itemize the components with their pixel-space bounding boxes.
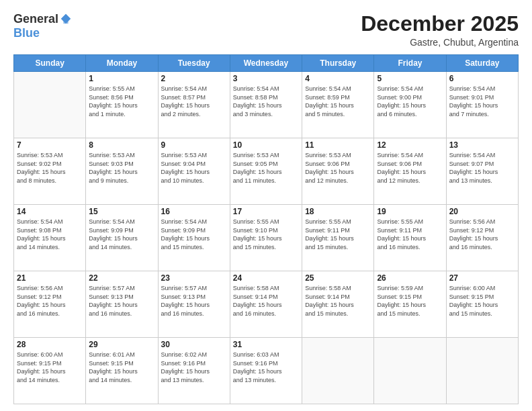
day-info: Sunrise: 5:57 AM Sunset: 9:13 PM Dayligh… bbox=[89, 284, 154, 318]
page: General Blue December 2025 Gastre, Chubu… bbox=[0, 0, 532, 411]
day-info: Sunrise: 5:54 AM Sunset: 9:09 PM Dayligh… bbox=[89, 218, 154, 251]
header: General Blue December 2025 Gastre, Chubu… bbox=[13, 12, 519, 48]
calendar-cell: 23Sunrise: 5:57 AM Sunset: 9:13 PM Dayli… bbox=[158, 271, 230, 338]
day-info: Sunrise: 5:55 AM Sunset: 9:11 PM Dayligh… bbox=[305, 218, 371, 251]
day-number: 5 bbox=[377, 74, 443, 83]
calendar-cell: 9Sunrise: 5:53 AM Sunset: 9:04 PM Daylig… bbox=[158, 138, 230, 205]
calendar-cell bbox=[302, 338, 374, 404]
header-tuesday: Tuesday bbox=[158, 55, 230, 72]
logo-general: General bbox=[13, 12, 58, 26]
calendar-cell: 18Sunrise: 5:55 AM Sunset: 9:11 PM Dayli… bbox=[302, 205, 374, 271]
calendar-cell: 8Sunrise: 5:53 AM Sunset: 9:03 PM Daylig… bbox=[86, 138, 158, 205]
day-number: 25 bbox=[305, 273, 371, 283]
logo-blue: Blue bbox=[13, 26, 40, 40]
day-info: Sunrise: 5:59 AM Sunset: 9:15 PM Dayligh… bbox=[377, 284, 443, 318]
calendar-cell: 1Sunrise: 5:55 AM Sunset: 8:56 PM Daylig… bbox=[86, 72, 158, 138]
calendar-cell: 16Sunrise: 5:54 AM Sunset: 9:09 PM Dayli… bbox=[158, 205, 230, 271]
header-saturday: Saturday bbox=[446, 55, 518, 72]
calendar-cell: 22Sunrise: 5:57 AM Sunset: 9:13 PM Dayli… bbox=[86, 271, 158, 338]
day-info: Sunrise: 5:55 AM Sunset: 9:11 PM Dayligh… bbox=[377, 218, 443, 251]
calendar-cell: 25Sunrise: 5:58 AM Sunset: 9:14 PM Dayli… bbox=[302, 271, 374, 338]
header-sunday: Sunday bbox=[14, 55, 86, 72]
day-number: 17 bbox=[233, 207, 299, 216]
day-number: 18 bbox=[305, 207, 371, 216]
day-info: Sunrise: 6:02 AM Sunset: 9:16 PM Dayligh… bbox=[161, 351, 227, 384]
day-number: 16 bbox=[161, 207, 227, 216]
logo: General Blue bbox=[13, 12, 72, 40]
calendar-week-3: 14Sunrise: 5:54 AM Sunset: 9:08 PM Dayli… bbox=[14, 205, 519, 271]
month-title: December 2025 bbox=[361, 12, 519, 36]
day-number: 20 bbox=[449, 207, 515, 216]
day-number: 8 bbox=[89, 140, 154, 150]
day-number: 7 bbox=[17, 140, 83, 150]
header-monday: Monday bbox=[86, 55, 158, 72]
calendar-cell: 2Sunrise: 5:54 AM Sunset: 8:57 PM Daylig… bbox=[158, 72, 230, 138]
day-number: 29 bbox=[89, 340, 154, 349]
svg-marker-1 bbox=[61, 13, 71, 23]
weekday-header-row: Sunday Monday Tuesday Wednesday Thursday… bbox=[14, 55, 519, 72]
calendar-cell bbox=[14, 72, 86, 138]
header-wednesday: Wednesday bbox=[230, 55, 302, 72]
day-number: 28 bbox=[17, 340, 83, 349]
calendar-cell: 3Sunrise: 5:54 AM Sunset: 8:58 PM Daylig… bbox=[230, 72, 302, 138]
day-info: Sunrise: 5:58 AM Sunset: 9:14 PM Dayligh… bbox=[305, 284, 371, 318]
calendar-cell: 24Sunrise: 5:58 AM Sunset: 9:14 PM Dayli… bbox=[230, 271, 302, 338]
day-info: Sunrise: 5:54 AM Sunset: 8:59 PM Dayligh… bbox=[305, 85, 371, 118]
day-number: 26 bbox=[377, 273, 443, 283]
calendar-cell: 14Sunrise: 5:54 AM Sunset: 9:08 PM Dayli… bbox=[14, 205, 86, 271]
header-thursday: Thursday bbox=[302, 55, 374, 72]
calendar: Sunday Monday Tuesday Wednesday Thursday… bbox=[13, 54, 519, 404]
day-info: Sunrise: 6:03 AM Sunset: 9:16 PM Dayligh… bbox=[233, 351, 299, 384]
day-number: 14 bbox=[17, 207, 83, 216]
day-info: Sunrise: 5:55 AM Sunset: 8:56 PM Dayligh… bbox=[89, 85, 154, 118]
calendar-cell: 5Sunrise: 5:54 AM Sunset: 9:00 PM Daylig… bbox=[374, 72, 446, 138]
day-info: Sunrise: 5:55 AM Sunset: 9:10 PM Dayligh… bbox=[233, 218, 299, 251]
calendar-cell: 29Sunrise: 6:01 AM Sunset: 9:15 PM Dayli… bbox=[86, 338, 158, 404]
day-info: Sunrise: 5:56 AM Sunset: 9:12 PM Dayligh… bbox=[17, 284, 83, 318]
day-number: 19 bbox=[377, 207, 443, 216]
day-info: Sunrise: 5:57 AM Sunset: 9:13 PM Dayligh… bbox=[161, 284, 227, 318]
calendar-week-4: 21Sunrise: 5:56 AM Sunset: 9:12 PM Dayli… bbox=[14, 271, 519, 338]
calendar-cell: 15Sunrise: 5:54 AM Sunset: 9:09 PM Dayli… bbox=[86, 205, 158, 271]
day-number: 13 bbox=[449, 140, 515, 150]
day-info: Sunrise: 6:00 AM Sunset: 9:15 PM Dayligh… bbox=[17, 351, 83, 384]
calendar-cell: 28Sunrise: 6:00 AM Sunset: 9:15 PM Dayli… bbox=[14, 338, 86, 404]
day-number: 12 bbox=[377, 140, 443, 150]
day-info: Sunrise: 5:53 AM Sunset: 9:05 PM Dayligh… bbox=[233, 151, 299, 185]
day-info: Sunrise: 5:54 AM Sunset: 9:07 PM Dayligh… bbox=[449, 151, 515, 185]
day-info: Sunrise: 5:53 AM Sunset: 9:04 PM Dayligh… bbox=[161, 151, 227, 185]
day-info: Sunrise: 5:54 AM Sunset: 9:00 PM Dayligh… bbox=[377, 85, 443, 118]
day-info: Sunrise: 5:53 AM Sunset: 9:06 PM Dayligh… bbox=[305, 151, 371, 185]
calendar-cell: 13Sunrise: 5:54 AM Sunset: 9:07 PM Dayli… bbox=[446, 138, 518, 205]
day-number: 23 bbox=[161, 273, 227, 283]
logo-icon bbox=[60, 13, 72, 25]
location: Gastre, Chubut, Argentina bbox=[361, 37, 519, 48]
day-info: Sunrise: 5:54 AM Sunset: 9:06 PM Dayligh… bbox=[377, 151, 443, 185]
day-number: 1 bbox=[89, 74, 154, 83]
calendar-cell: 19Sunrise: 5:55 AM Sunset: 9:11 PM Dayli… bbox=[374, 205, 446, 271]
day-info: Sunrise: 5:58 AM Sunset: 9:14 PM Dayligh… bbox=[233, 284, 299, 318]
calendar-cell: 21Sunrise: 5:56 AM Sunset: 9:12 PM Dayli… bbox=[14, 271, 86, 338]
day-number: 4 bbox=[305, 74, 371, 83]
title-block: December 2025 Gastre, Chubut, Argentina bbox=[361, 12, 519, 48]
calendar-cell: 27Sunrise: 6:00 AM Sunset: 9:15 PM Dayli… bbox=[446, 271, 518, 338]
calendar-cell bbox=[374, 338, 446, 404]
calendar-cell: 6Sunrise: 5:54 AM Sunset: 9:01 PM Daylig… bbox=[446, 72, 518, 138]
day-info: Sunrise: 5:56 AM Sunset: 9:12 PM Dayligh… bbox=[449, 218, 515, 251]
day-info: Sunrise: 5:53 AM Sunset: 9:02 PM Dayligh… bbox=[17, 151, 83, 185]
calendar-cell: 11Sunrise: 5:53 AM Sunset: 9:06 PM Dayli… bbox=[302, 138, 374, 205]
calendar-cell: 17Sunrise: 5:55 AM Sunset: 9:10 PM Dayli… bbox=[230, 205, 302, 271]
header-friday: Friday bbox=[374, 55, 446, 72]
day-number: 31 bbox=[233, 340, 299, 349]
calendar-cell: 30Sunrise: 6:02 AM Sunset: 9:16 PM Dayli… bbox=[158, 338, 230, 404]
calendar-cell bbox=[446, 338, 518, 404]
day-number: 10 bbox=[233, 140, 299, 150]
calendar-cell: 20Sunrise: 5:56 AM Sunset: 9:12 PM Dayli… bbox=[446, 205, 518, 271]
calendar-cell: 7Sunrise: 5:53 AM Sunset: 9:02 PM Daylig… bbox=[14, 138, 86, 205]
calendar-cell: 10Sunrise: 5:53 AM Sunset: 9:05 PM Dayli… bbox=[230, 138, 302, 205]
day-info: Sunrise: 5:54 AM Sunset: 9:09 PM Dayligh… bbox=[161, 218, 227, 251]
day-number: 2 bbox=[161, 74, 227, 83]
calendar-week-1: 1Sunrise: 5:55 AM Sunset: 8:56 PM Daylig… bbox=[14, 72, 519, 138]
day-number: 6 bbox=[449, 74, 515, 83]
calendar-cell: 26Sunrise: 5:59 AM Sunset: 9:15 PM Dayli… bbox=[374, 271, 446, 338]
